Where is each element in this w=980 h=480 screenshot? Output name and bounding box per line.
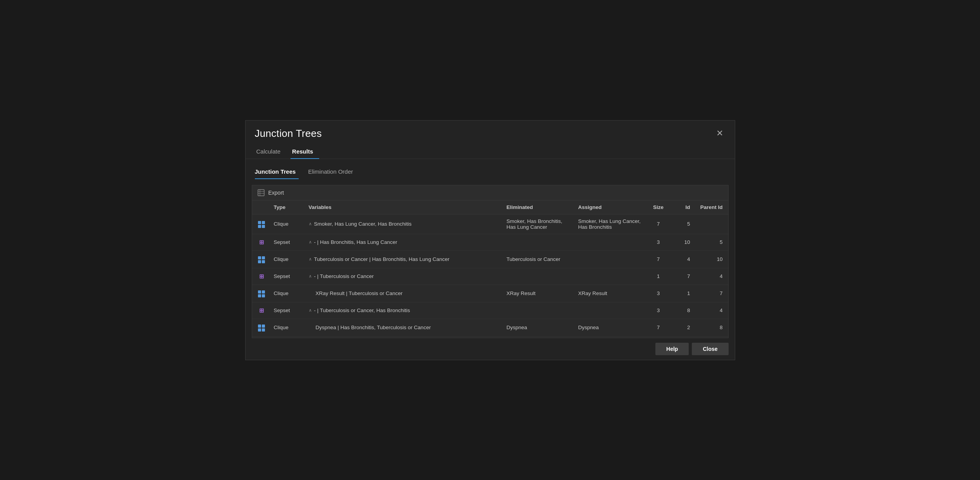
col-header-eliminated: Eliminated [504, 200, 575, 214]
row-parent-id: 10 [693, 250, 728, 268]
row-size: 3 [647, 285, 670, 302]
row-id: 5 [670, 214, 693, 234]
row-eliminated [504, 302, 575, 319]
table-row: CliqueDyspnea | Has Bronchitis, Tubercul… [252, 319, 728, 336]
dialog-title: Junction Trees [255, 128, 322, 140]
row-size: 3 [647, 234, 670, 250]
main-table-container: Export Type Variables Eliminated Assigne… [252, 185, 729, 338]
col-header-variables: Variables [306, 200, 504, 214]
junction-trees-dialog: Junction Trees ✕ Calculate Results Junct… [245, 120, 735, 360]
subtab-elimination-order[interactable]: Elimination Order [308, 166, 356, 179]
table-row: Clique∧Tuberculosis or Cancer | Has Bron… [252, 250, 728, 268]
table-row: Clique∧Smoker, Has Lung Cancer, Has Bron… [252, 214, 728, 234]
dialog-header: Junction Trees ✕ [246, 121, 735, 143]
col-header-type: Type [271, 200, 306, 214]
row-icon-cell: ⊞ [252, 302, 271, 319]
row-parent-id: 5 [693, 234, 728, 250]
clique-icon [256, 290, 267, 298]
sepset-icon: ⊞ [256, 306, 267, 315]
close-button[interactable]: Close [692, 343, 728, 355]
row-icon-cell [252, 250, 271, 268]
row-id: 1 [670, 285, 693, 302]
sepset-icon: ⊞ [256, 238, 267, 247]
sepset-icon: ⊞ [256, 272, 267, 281]
row-id: 2 [670, 319, 693, 336]
chevron-down-icon: ∧ [309, 257, 312, 262]
row-id: 8 [670, 302, 693, 319]
sub-tabs-bar: Junction Trees Elimination Order [246, 161, 735, 179]
row-assigned: XRay Result [575, 285, 647, 302]
col-header-icon [252, 200, 271, 214]
row-assigned [575, 302, 647, 319]
chevron-down-icon: ∧ [309, 221, 312, 226]
dialog-close-button[interactable]: ✕ [714, 128, 726, 138]
table-row: ⊞ Sepset∧- | Has Bronchitis, Has Lung Ca… [252, 234, 728, 250]
row-parent-id: 8 [693, 319, 728, 336]
row-id: 7 [670, 268, 693, 285]
table-row: CliqueXRay Result | Tuberculosis or Canc… [252, 285, 728, 302]
tab-calculate[interactable]: Calculate [255, 145, 287, 159]
clique-icon [256, 324, 267, 332]
row-size: 1 [647, 268, 670, 285]
clique-icon [256, 256, 267, 264]
row-eliminated: Tuberculosis or Cancer [504, 250, 575, 268]
row-size: 7 [647, 319, 670, 336]
table-row: ⊞ Sepset∧- | Tuberculosis or Cancer, Has… [252, 302, 728, 319]
row-parent-id [693, 214, 728, 234]
row-variables: ∧- | Has Bronchitis, Has Lung Cancer [306, 234, 504, 250]
top-tabs-bar: Calculate Results [246, 145, 735, 159]
export-button[interactable]: Export [268, 190, 284, 196]
chevron-down-icon: ∧ [309, 240, 312, 245]
row-eliminated: XRay Result [504, 285, 575, 302]
export-icon [257, 188, 265, 197]
row-type: Clique [271, 319, 306, 336]
row-icon-cell [252, 214, 271, 234]
row-parent-id: 4 [693, 302, 728, 319]
row-size: 7 [647, 214, 670, 234]
row-variables: ∧Tuberculosis or Cancer | Has Bronchitis… [306, 250, 504, 268]
row-eliminated [504, 268, 575, 285]
chevron-down-icon: ∧ [309, 308, 312, 313]
col-header-id: Id [670, 200, 693, 214]
row-eliminated: Smoker, Has Bronchitis, Has Lung Cancer [504, 214, 575, 234]
row-variables: ∧- | Tuberculosis or Cancer, Has Bronchi… [306, 302, 504, 319]
row-type: Clique [271, 285, 306, 302]
junction-trees-table: Type Variables Eliminated Assigned Size … [252, 200, 728, 337]
row-size: 7 [647, 250, 670, 268]
row-assigned [575, 234, 647, 250]
row-variables: ∧Smoker, Has Lung Cancer, Has Bronchitis [306, 214, 504, 234]
col-header-parentid: Parent Id [693, 200, 728, 214]
row-variables: Dyspnea | Has Bronchitis, Tuberculosis o… [306, 319, 504, 336]
row-icon-cell [252, 285, 271, 302]
row-icon-cell [252, 319, 271, 336]
row-type: Sepset [271, 268, 306, 285]
row-icon-cell: ⊞ [252, 234, 271, 250]
row-eliminated: Dyspnea [504, 319, 575, 336]
row-type: Clique [271, 214, 306, 234]
row-id: 4 [670, 250, 693, 268]
row-type: Sepset [271, 302, 306, 319]
row-assigned: Smoker, Has Lung Cancer, Has Bronchitis [575, 214, 647, 234]
row-parent-id: 7 [693, 285, 728, 302]
row-id: 10 [670, 234, 693, 250]
table-header-row: Type Variables Eliminated Assigned Size … [252, 200, 728, 214]
subtab-junction-trees[interactable]: Junction Trees [255, 166, 299, 179]
help-button[interactable]: Help [655, 343, 689, 355]
table-scroll-area[interactable]: Type Variables Eliminated Assigned Size … [252, 200, 728, 338]
col-header-assigned: Assigned [575, 200, 647, 214]
row-assigned: Dyspnea [575, 319, 647, 336]
row-assigned [575, 268, 647, 285]
row-variables: XRay Result | Tuberculosis or Cancer [306, 285, 504, 302]
row-variables: ∧- | Tuberculosis or Cancer [306, 268, 504, 285]
col-header-size: Size [647, 200, 670, 214]
row-size: 3 [647, 302, 670, 319]
toolbar: Export [252, 185, 728, 200]
dialog-footer: Help Close [246, 338, 735, 360]
row-icon-cell: ⊞ [252, 268, 271, 285]
row-type: Clique [271, 250, 306, 268]
row-assigned [575, 250, 647, 268]
tab-results[interactable]: Results [291, 145, 319, 159]
svg-rect-0 [258, 190, 264, 196]
row-parent-id: 4 [693, 268, 728, 285]
row-type: Sepset [271, 234, 306, 250]
